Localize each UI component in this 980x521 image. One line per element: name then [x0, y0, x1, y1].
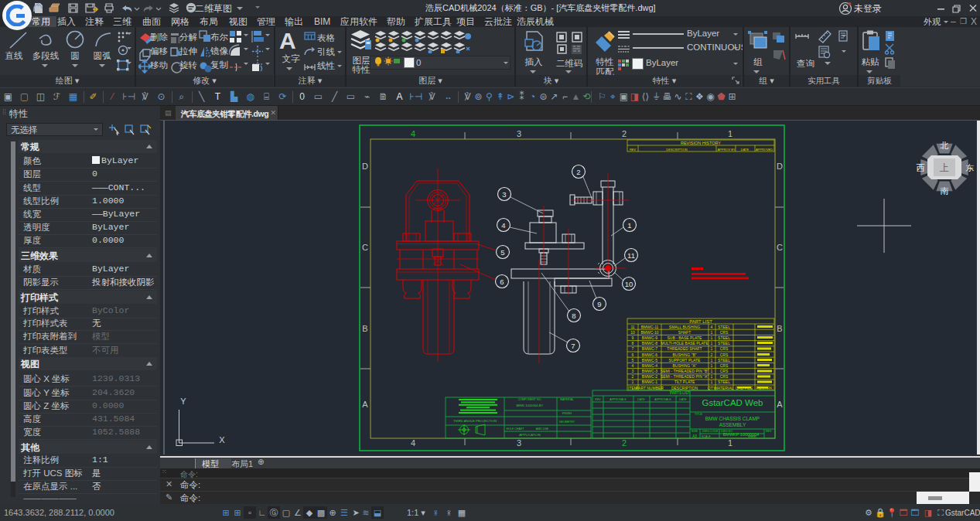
svg-text:1: 1	[711, 369, 713, 373]
svg-text:上: 上	[940, 162, 949, 173]
svg-text:7: 7	[571, 342, 575, 350]
svg-text:DESCRIPTION: DESCRIPTION	[666, 148, 687, 152]
svg-text:TITLE: TITLE	[695, 413, 702, 416]
svg-text:CRS: CRS	[720, 346, 729, 351]
svg-text:SCALE: SCALE	[702, 435, 711, 438]
svg-text:1: 1	[711, 341, 713, 346]
svg-text:南: 南	[941, 186, 949, 196]
svg-text:6: 6	[632, 352, 634, 357]
svg-text:BMWC-8: BMWC-8	[642, 341, 657, 346]
svg-text:BMWC-11: BMWC-11	[641, 325, 659, 329]
svg-text:1: 1	[728, 129, 732, 138]
svg-text:PARTS LIST: PARTS LIST	[670, 391, 690, 395]
svg-text:BMWC-10: BMWC-10	[640, 330, 658, 335]
svg-text:4: 4	[411, 438, 415, 448]
svg-text:SMALL BUSHING: SMALL BUSHING	[669, 325, 700, 329]
svg-text:B: B	[362, 324, 367, 333]
svg-text:TILT PLATE: TILT PLATE	[674, 380, 695, 384]
svg-text:REV: REV	[766, 430, 772, 433]
svg-text:10: 10	[625, 280, 633, 288]
svg-text:REVISION HISTORY: REVISION HISTORY	[681, 141, 721, 145]
svg-text:DESCRIPTION: DESCRIPTION	[671, 386, 698, 390]
svg-text:3: 3	[502, 190, 506, 199]
svg-text:APPROV BY: APPROV BY	[717, 148, 735, 152]
svg-text:PART NUMBER: PART NUMBER	[636, 386, 664, 390]
svg-text:AMD USE: AMD USE	[536, 427, 549, 431]
svg-text:DATE: DATE	[679, 398, 687, 401]
svg-text:B: B	[777, 324, 782, 333]
svg-text:BMW-1000064-BY: BMW-1000064-BY	[517, 404, 544, 407]
svg-text:BMWC-7: BMWC-7	[642, 346, 657, 351]
svg-text:1: 1	[711, 346, 713, 351]
svg-text:SUB - BASE PLATE: SUB - BASE PLATE	[668, 335, 703, 340]
svg-text:东: 东	[966, 163, 975, 172]
svg-text:7: 7	[632, 346, 634, 351]
svg-text:11: 11	[627, 251, 635, 260]
svg-text:GEOMETRY: GEOMETRY	[559, 421, 575, 424]
svg-text:1: 1	[711, 330, 713, 335]
svg-text:REV: REV	[595, 398, 601, 401]
svg-text:STEEL: STEEL	[718, 335, 730, 340]
svg-text:CRS: CRS	[720, 369, 729, 373]
svg-text:8: 8	[572, 312, 575, 320]
svg-text:西: 西	[917, 163, 925, 172]
svg-text:BMWC-2: BMWC-2	[642, 374, 657, 379]
svg-text:ASSEMBLY: ASSEMBLY	[719, 422, 746, 427]
svg-text:3: 3	[632, 369, 634, 373]
svg-text:Y: Y	[180, 397, 186, 406]
svg-text:APPLICATION: APPLICATION	[519, 433, 540, 437]
svg-text:GstarCAD Web: GstarCAD Web	[702, 398, 763, 407]
svg-text:A: A	[777, 400, 783, 409]
svg-text:1: 1	[711, 335, 713, 340]
svg-text:2: 2	[622, 438, 627, 448]
svg-text:2: 2	[622, 129, 627, 138]
svg-text:2: 2	[576, 168, 580, 176]
svg-text:4: 4	[711, 325, 713, 329]
svg-text:COMPONENT NO.: COMPONENT NO.	[518, 398, 542, 401]
svg-text:SEMI - THREADED PIN "A": SEMI - THREADED PIN "A"	[661, 374, 709, 379]
svg-text:D: D	[777, 162, 783, 171]
svg-text:STEEL: STEEL	[718, 358, 730, 363]
svg-text:5: 5	[500, 248, 504, 257]
svg-text:SHAFT: SHAFT	[678, 330, 691, 335]
svg-text:STEEL: STEEL	[718, 380, 730, 384]
svg-text:REV: REV	[630, 148, 637, 152]
svg-text:A: A	[362, 400, 368, 409]
svg-text:1: 1	[711, 374, 713, 379]
svg-text:X: X	[219, 435, 225, 444]
svg-text:BMW CHASSIS CLAMP: BMW CHASSIS CLAMP	[705, 416, 760, 421]
svg-text:北: 北	[940, 141, 949, 150]
svg-text:CRS: CRS	[720, 363, 729, 368]
svg-text:STEEL: STEEL	[718, 325, 730, 329]
svg-text:9: 9	[597, 300, 601, 308]
svg-text:BUSHING "B": BUSHING "B"	[672, 352, 696, 357]
svg-text:1: 1	[627, 221, 631, 230]
svg-text:BMWC-4: BMWC-4	[642, 363, 657, 368]
svg-text:BMWC-6: BMWC-6	[642, 352, 657, 357]
svg-text:4: 4	[501, 221, 505, 230]
svg-text:THREADED SHAFT: THREADED SHAFT	[667, 346, 702, 351]
svg-text:5: 5	[632, 358, 634, 363]
svg-text:THIRD ANGLE PROJECTION: THIRD ANGLE PROJECTION	[453, 419, 497, 423]
svg-text:1: 1	[711, 358, 713, 363]
svg-text:CRS: CRS	[720, 330, 729, 335]
svg-text:BMWC-5: BMWC-5	[642, 358, 657, 363]
svg-text:MATERIAL: MATERIAL	[715, 386, 734, 390]
svg-text:9: 9	[632, 335, 634, 340]
svg-text:BMWC-1: BMWC-1	[642, 380, 657, 384]
svg-text:DWG-CODE: DWG-CODE	[702, 430, 719, 433]
svg-text:D: D	[362, 162, 368, 171]
svg-text:A3: A3	[692, 434, 697, 438]
svg-text:8: 8	[632, 341, 634, 346]
svg-text:10: 10	[630, 330, 635, 335]
svg-text:C: C	[362, 243, 368, 252]
svg-text:1: 1	[711, 380, 713, 384]
svg-text:BUSHING "A": BUSHING "A"	[672, 363, 696, 368]
svg-text:3: 3	[517, 438, 521, 448]
svg-text:CRS: CRS	[720, 352, 729, 357]
svg-text:11: 11	[630, 325, 634, 329]
svg-text:APPROVALS: APPROVALS	[610, 398, 627, 401]
svg-text:1: 1	[728, 438, 732, 448]
svg-text:2: 2	[632, 374, 634, 379]
svg-text:SIZE: SIZE	[691, 430, 698, 433]
